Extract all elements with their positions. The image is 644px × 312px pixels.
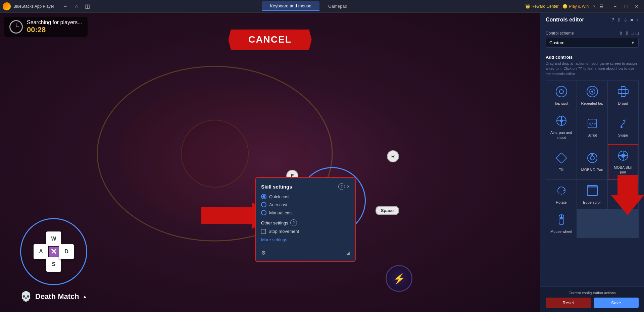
clock-icon bbox=[9, 20, 23, 34]
title-bar-right: 👑 Reward Center 🪙 Play & Win ? ☰ − □ ✕ bbox=[525, 2, 641, 11]
control-script[interactable]: </> Script bbox=[577, 110, 607, 144]
svg-rect-9 bbox=[621, 87, 625, 97]
menu-button[interactable]: ☰ bbox=[599, 4, 604, 9]
quick-cast-option[interactable]: Quick cast bbox=[261, 194, 350, 199]
wasd-overlay: W A S D ✕ bbox=[20, 218, 87, 285]
scheme-selected-value: Custom bbox=[549, 40, 564, 45]
save-button[interactable]: Save bbox=[594, 298, 639, 308]
control-edge-scroll[interactable]: Edge scroll bbox=[577, 180, 607, 209]
main-area: Searching for players... 00:28 CANCEL W … bbox=[0, 13, 644, 312]
svg-text:</>: </> bbox=[589, 121, 596, 126]
svg-point-21 bbox=[591, 154, 593, 156]
control-dpad[interactable]: D-pad bbox=[608, 81, 638, 110]
skill-popup-header: Skill settings ? × bbox=[261, 183, 350, 190]
scheme-copy-button[interactable]: □ bbox=[631, 31, 634, 36]
panel-upload-button[interactable]: ⇧ bbox=[617, 17, 621, 22]
gear-icon: ⚙ bbox=[261, 250, 266, 256]
x-icon: ✕ bbox=[50, 247, 57, 256]
manual-cast-option[interactable]: Manual cast bbox=[261, 210, 350, 215]
panel-help-button[interactable]: ? bbox=[612, 17, 614, 22]
tab-gamepad[interactable]: Gamepad bbox=[320, 1, 355, 11]
auto-cast-option[interactable]: Auto cast bbox=[261, 202, 350, 207]
panel-save-scheme-button[interactable]: ■ bbox=[630, 17, 633, 22]
skill-settings-popup: Skill settings ? × Quick cast Auto cast … bbox=[255, 177, 356, 262]
minimize-button[interactable]: − bbox=[610, 2, 620, 11]
skill-icon-area: ⚡ bbox=[386, 265, 412, 292]
controls-panel-header: Controls editor ? ⇧ ⇩ ■ + bbox=[540, 13, 644, 27]
key-d-button[interactable]: D bbox=[59, 244, 74, 259]
aim-pan-shoot-icon bbox=[555, 114, 568, 127]
key-center: ✕ bbox=[49, 247, 59, 257]
scheme-delete-button[interactable]: □ bbox=[636, 31, 639, 36]
control-tilt[interactable]: Tilt bbox=[546, 144, 577, 179]
control-tap-spot[interactable]: Tap spot bbox=[546, 81, 577, 110]
settings-gear-button[interactable]: ⚙ bbox=[261, 250, 266, 256]
controls-grid: Tap spot Repeated tap bbox=[546, 81, 639, 238]
key-s-button[interactable]: S bbox=[46, 257, 61, 272]
other-settings-help-icon[interactable]: ? bbox=[290, 219, 297, 226]
control-moba-dpad[interactable]: MOBA D-Pad bbox=[577, 144, 607, 179]
stop-movement-checkbox[interactable] bbox=[261, 229, 266, 234]
other-settings-title: Other settings bbox=[261, 220, 288, 225]
quick-cast-radio[interactable] bbox=[261, 194, 266, 199]
svg-point-8 bbox=[591, 91, 593, 93]
stop-movement-label: Stop movement bbox=[268, 229, 299, 234]
key-w-button[interactable]: W bbox=[46, 231, 61, 246]
manual-cast-radio[interactable] bbox=[261, 210, 266, 215]
resize-button[interactable]: ◢ bbox=[346, 250, 350, 256]
death-match-text: Death Match bbox=[35, 292, 79, 301]
panel-download-button[interactable]: ⇩ bbox=[624, 17, 628, 22]
cancel-button[interactable]: CANCEL bbox=[228, 30, 312, 50]
nav-home-button[interactable]: ⌂ bbox=[73, 2, 80, 10]
control-mouse-wheel[interactable]: Mouse wheel bbox=[546, 209, 577, 238]
skill-popup-help-icon[interactable]: ? bbox=[338, 183, 345, 190]
key-a-button[interactable]: A bbox=[34, 244, 48, 259]
bluestacks-logo bbox=[3, 2, 11, 10]
control-moba-skillpad[interactable]: MOBA Skill pad bbox=[608, 144, 638, 179]
svg-marker-34 bbox=[611, 175, 644, 215]
more-settings-button[interactable]: More settings bbox=[261, 237, 287, 242]
coin-icon: 🪙 bbox=[562, 4, 567, 9]
add-controls-title: Add controls bbox=[546, 55, 639, 60]
add-controls-section: Add controls Drag and drop an action on … bbox=[540, 51, 644, 242]
reward-center-button[interactable]: 👑 Reward Center bbox=[525, 4, 559, 9]
maximize-button[interactable]: □ bbox=[621, 2, 631, 11]
svg-point-23 bbox=[621, 154, 625, 158]
key-r-label: R bbox=[391, 154, 395, 159]
nav-recent-button[interactable]: ◫ bbox=[83, 2, 92, 10]
svg-point-2 bbox=[181, 120, 248, 187]
config-actions: Current configuration actions Reset Save bbox=[540, 287, 644, 312]
svg-point-5 bbox=[559, 90, 563, 94]
panel-add-button[interactable]: + bbox=[636, 17, 639, 22]
control-rotate[interactable]: Rotate bbox=[546, 180, 577, 209]
skill-popup-close-button[interactable]: × bbox=[347, 184, 350, 189]
death-match-label: 💀 Death Match ▲ bbox=[20, 291, 87, 302]
play-win-button[interactable]: 🪙 Play & Win bbox=[562, 4, 589, 9]
space-key-overlay: Space bbox=[376, 207, 399, 213]
game-viewport: Searching for players... 00:28 CANCEL W … bbox=[0, 13, 540, 312]
nav-back-button[interactable]: ← bbox=[61, 2, 70, 10]
control-repeated-tap[interactable]: Repeated tap bbox=[577, 81, 607, 110]
scheme-dropdown[interactable]: Custom ▼ bbox=[546, 38, 639, 48]
help-button[interactable]: ? bbox=[593, 4, 595, 9]
scheme-download-button[interactable]: ⇩ bbox=[625, 31, 629, 36]
control-aim-pan-shoot[interactable]: Aim, pan and shoot bbox=[546, 110, 577, 144]
dpad-icon bbox=[616, 85, 630, 98]
auto-cast-label: Auto cast bbox=[269, 202, 287, 207]
movement-circle: W A S D ✕ bbox=[20, 218, 87, 285]
scheme-action-buttons: ⇧ ⇩ □ □ bbox=[619, 31, 639, 36]
stop-movement-option[interactable]: Stop movement bbox=[261, 229, 350, 234]
close-button[interactable]: ✕ bbox=[632, 2, 641, 11]
wasd-keys: W A S D ✕ bbox=[34, 231, 74, 272]
scheme-upload-button[interactable]: ⇧ bbox=[619, 31, 623, 36]
tab-keyboard-mouse[interactable]: Keyboard and mouse bbox=[262, 1, 319, 11]
reset-button[interactable]: Reset bbox=[546, 298, 591, 308]
auto-cast-radio[interactable] bbox=[261, 202, 266, 207]
timer-display: 00:28 bbox=[27, 25, 82, 34]
config-actions-title: Current configuration actions bbox=[546, 291, 639, 295]
control-swipe[interactable]: Swipe bbox=[608, 110, 638, 144]
repeated-tap-icon bbox=[586, 85, 599, 98]
script-icon: </> bbox=[586, 117, 599, 130]
dropdown-arrow-icon: ▼ bbox=[631, 40, 635, 45]
app-name: BlueStacks App Player bbox=[13, 4, 54, 9]
